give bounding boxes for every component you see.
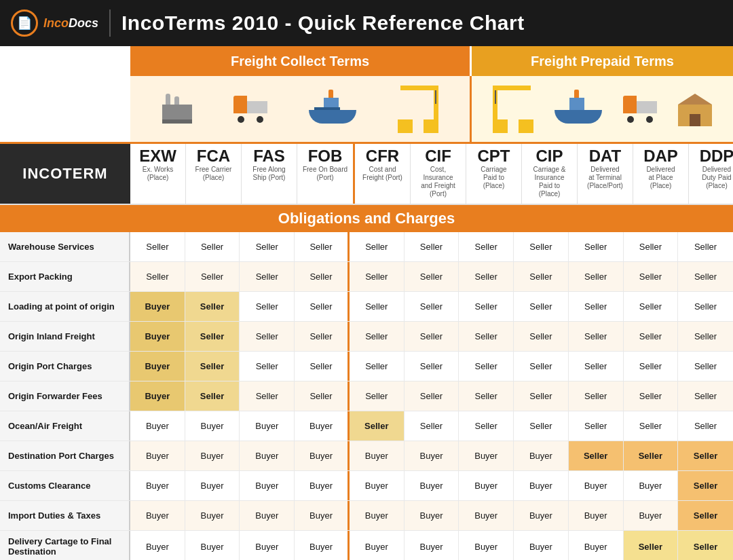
col-full-cip: Carriage &InsurancePaid to(Place) xyxy=(533,166,566,198)
cell-r2-c2: Seller xyxy=(240,292,295,321)
row-label-7: Destination Port Charges xyxy=(0,441,130,470)
cell-r3-c1: Seller xyxy=(185,322,240,351)
col-abbr-cip: CIP xyxy=(535,148,563,164)
cell-r9-c0: Buyer xyxy=(130,501,185,530)
col-full-ddp: DeliveredDuty Paid(Place) xyxy=(702,166,731,190)
cell-r5-c5: Seller xyxy=(405,381,459,411)
freight-prepaid-header: Freight Prepaid Terms xyxy=(472,46,733,76)
table-row: Delivery Cartage to Final DestinationBuy… xyxy=(0,531,733,560)
cell-r9-c10: Seller xyxy=(678,501,733,530)
row-label-8: Customs Clearance xyxy=(0,471,130,500)
col-header-fas: FAS Free AlongShip (Port) xyxy=(242,144,297,204)
cell-r8-c10: Seller xyxy=(678,471,733,500)
cell-r6-c10: Seller xyxy=(678,411,733,441)
cell-r2-c6: Seller xyxy=(459,292,514,321)
crane-icon xyxy=(398,86,438,133)
col-abbr-exw: EXW xyxy=(139,148,176,164)
col-full-fas: Free AlongShip (Port) xyxy=(252,166,285,182)
cell-r0-c3: Seller xyxy=(295,232,350,261)
col-full-fob: Free On Board(Port) xyxy=(303,166,347,182)
data-rows-container: Warehouse ServicesSellerSellerSellerSell… xyxy=(0,232,733,560)
table-row: Origin Port ChargesBuyerSellerSellerSell… xyxy=(0,352,733,381)
col-abbr-fca: FCA xyxy=(197,148,230,164)
cell-r5-c2: Seller xyxy=(240,381,295,411)
cell-r8-c5: Buyer xyxy=(405,471,459,500)
ship2-icon xyxy=(555,95,602,124)
section-headers: Freight Collect Terms Freight Prepaid Te… xyxy=(0,46,733,76)
cell-r0-c7: Seller xyxy=(514,232,569,261)
cell-r5-c6: Seller xyxy=(459,381,514,411)
cell-r6-c8: Seller xyxy=(569,411,624,441)
logo-area: 📄 IncoDocs xyxy=(11,10,111,37)
cell-r9-c3: Buyer xyxy=(295,501,350,530)
cell-r3-c10: Seller xyxy=(678,322,733,351)
cell-r4-c6: Seller xyxy=(459,352,514,381)
cell-r1-c3: Seller xyxy=(295,262,350,291)
cell-r8-c3: Buyer xyxy=(295,471,350,500)
cell-r10-c1: Buyer xyxy=(185,531,240,560)
cell-r7-c10: Seller xyxy=(678,441,733,470)
cell-r9-c6: Buyer xyxy=(459,501,514,530)
cell-r7-c0: Buyer xyxy=(130,441,185,470)
cell-r0-c10: Seller xyxy=(678,232,733,261)
cell-r6-c5: Seller xyxy=(405,411,459,441)
cell-r0-c8: Seller xyxy=(569,232,624,261)
col-abbr-dap: DAP xyxy=(643,148,678,164)
cell-r5-c0: Buyer xyxy=(130,381,185,411)
cell-r7-c1: Buyer xyxy=(185,441,240,470)
col-full-cfr: Cost andFreight (Port) xyxy=(362,166,402,182)
cell-r6-c9: Seller xyxy=(624,411,679,441)
incoterm-label: INCOTERM xyxy=(0,144,130,204)
col-abbr-fas: FAS xyxy=(253,148,285,164)
cell-r1-c9: Seller xyxy=(624,262,679,291)
cell-r7-c6: Buyer xyxy=(459,441,514,470)
col-abbr-dat: DAT xyxy=(589,148,622,164)
cell-r7-c7: Buyer xyxy=(514,441,569,470)
table-row: Origin Forwarder FeesBuyerSellerSellerSe… xyxy=(0,381,733,411)
cell-r9-c4: Buyer xyxy=(350,501,405,530)
cell-r10-c10: Seller xyxy=(678,531,733,560)
cell-r10-c7: Buyer xyxy=(514,531,569,560)
cell-r10-c4: Buyer xyxy=(350,531,405,560)
row-label-6: Ocean/Air Freight xyxy=(0,411,130,441)
cell-r5-c10: Seller xyxy=(678,381,733,411)
cell-r3-c8: Seller xyxy=(569,322,624,351)
table-row: Export PackingSellerSellerSellerSellerSe… xyxy=(0,262,733,292)
illustration-left xyxy=(130,76,470,142)
col-header-cif: CIF Cost,Insuranceand Freight(Port) xyxy=(411,144,466,204)
cell-r2-c10: Seller xyxy=(678,292,733,321)
cell-r8-c1: Buyer xyxy=(185,471,240,500)
warehouse-icon xyxy=(678,92,712,126)
row-label-10: Delivery Cartage to Final Destination xyxy=(0,531,130,560)
row-label-9: Import Duties & Taxes xyxy=(0,501,130,530)
table-row: Import Duties & TaxesBuyerBuyerBuyerBuye… xyxy=(0,501,733,531)
col-abbr-cfr: CFR xyxy=(366,148,399,164)
cell-r5-c3: Seller xyxy=(295,381,350,411)
cell-r3-c7: Seller xyxy=(514,322,569,351)
cell-r6-c1: Buyer xyxy=(185,411,240,441)
cell-r0-c0: Seller xyxy=(130,232,185,261)
row-label-2: Loading at point of origin xyxy=(0,292,130,321)
table-row: Loading at point of originBuyerSellerSel… xyxy=(0,292,733,322)
page-header: 📄 IncoDocs IncoTerms 2010 - Quick Refere… xyxy=(0,0,733,46)
cell-r1-c7: Seller xyxy=(514,262,569,291)
cell-r2-c1: Seller xyxy=(185,292,240,321)
cell-r1-c2: Seller xyxy=(240,262,295,291)
cell-r7-c9: Seller xyxy=(624,441,679,470)
col-header-ddp: DDP DeliveredDuty Paid(Place) xyxy=(689,144,733,204)
cell-r1-c4: Seller xyxy=(350,262,405,291)
truck2-icon xyxy=(623,96,657,123)
cell-r2-c5: Seller xyxy=(405,292,459,321)
cell-r4-c5: Seller xyxy=(405,352,459,381)
table-row: Customs ClearanceBuyerBuyerBuyerBuyerBuy… xyxy=(0,471,733,501)
factory-icon xyxy=(162,95,192,124)
cell-r8-c2: Buyer xyxy=(240,471,295,500)
cell-r8-c0: Buyer xyxy=(130,471,185,500)
cell-r7-c5: Buyer xyxy=(405,441,459,470)
cell-r3-c5: Seller xyxy=(405,322,459,351)
cell-r4-c0: Buyer xyxy=(130,352,185,381)
cell-r3-c2: Seller xyxy=(240,322,295,351)
cell-r4-c9: Seller xyxy=(624,352,679,381)
logo-text: IncoDocs xyxy=(43,16,98,31)
cell-r1-c6: Seller xyxy=(459,262,514,291)
